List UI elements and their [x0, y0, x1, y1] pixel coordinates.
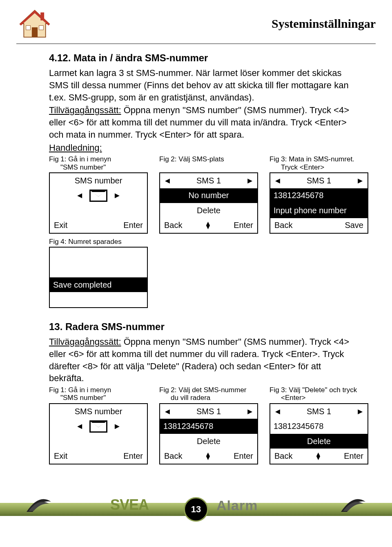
arrow-left-icon: [76, 421, 84, 432]
s2-fig-1: Fig 1: Gå in i menyn "SMS number" SMS nu…: [49, 386, 148, 464]
lcd-s2-fig2: SMS 1 13812345678 Delete Back Enter: [159, 403, 258, 464]
fig2-cap: Fig 2: Välj SMS-plats: [159, 155, 224, 163]
section-1-tv: Tillvägagångssätt: Öppna menyn "SMS numb…: [49, 104, 353, 141]
save-label: Save: [345, 220, 363, 231]
lcd-row-bottom: Exit Enter: [50, 218, 147, 233]
svg-rect-4: [39, 25, 44, 30]
lcd-fig1: SMS number Exit Enter: [49, 172, 148, 234]
enter-label: Enter: [234, 451, 253, 462]
lcd-row: [50, 203, 147, 218]
fig1-cap-line1: Fig 1: Gå in i menyn: [49, 155, 111, 163]
exit-label: Exit: [54, 451, 67, 462]
lcd-row-highlight: Input phone number: [270, 203, 368, 218]
swoosh-right-icon: [339, 491, 368, 514]
fig4-cap: Fig 4: Numret sparades: [49, 238, 148, 246]
arrow-left-icon: [274, 175, 282, 186]
s2-fig1-cap2: "SMS number": [49, 394, 106, 402]
s2-fig-2: Fig 2: Välj det SMS-nummer du vill rader…: [159, 386, 258, 464]
updown-icon: [205, 222, 211, 229]
arrow-right-icon: [246, 175, 254, 186]
enter-label: Enter: [123, 451, 143, 462]
lcd-row-highlight: Save completed: [50, 277, 147, 292]
arrow-right-icon: [356, 175, 364, 186]
tv-label-2: Tillvägagångssätt:: [49, 337, 121, 347]
lcd-fig4: Save completed: [49, 247, 148, 308]
s2-fig1-cap1: Fig 1: Gå in i menyn: [49, 386, 111, 394]
lcd-fig3: SMS 1 13812345678 Input phone number Bac…: [270, 172, 368, 234]
svg-rect-2: [32, 27, 38, 37]
s2-fig-3: Fig 3: Välj "Delete" och tryck <Enter> S…: [270, 386, 368, 464]
fig3-cap-line2: Tryck <Enter>: [270, 163, 324, 172]
lcd-s2-fig3: SMS 1 13812345678 Delete Back Enter: [270, 403, 368, 464]
lcd-row: Delete: [160, 203, 257, 218]
arrow-left-icon: [274, 406, 282, 417]
tv-label: Tillvägagångssätt:: [49, 105, 121, 115]
page-footer: SVEA Alarm 13: [0, 481, 392, 526]
lcd-row: SMS number: [50, 173, 147, 188]
fig-3: Fig 3: Mata in SMS-numret. Tryck <Enter>…: [270, 155, 368, 234]
swoosh-left-icon: [24, 491, 53, 514]
back-label: Back: [274, 220, 292, 231]
envelope-icon: [89, 420, 107, 433]
exit-label: Exit: [54, 220, 67, 231]
lcd-row-highlight: 13812345678: [270, 188, 368, 203]
lcd-row-bottom: Back Enter: [160, 218, 257, 233]
arrow-left-icon: [76, 190, 84, 201]
back-label: Back: [164, 451, 182, 462]
lcd-fig2: SMS 1 No number Delete Back Enter: [159, 172, 258, 234]
section-1-title: 4.12. Mata in / ändra SMS-nummer: [49, 51, 353, 65]
svg-rect-5: [40, 12, 44, 20]
enter-label: Enter: [123, 220, 143, 231]
lcd-row-highlight: No number: [160, 188, 257, 203]
enter-label: Enter: [234, 220, 253, 231]
page-number: 13: [184, 497, 208, 522]
updown-icon: [205, 453, 211, 460]
s2-fig3-cap1: Fig 3: Välj "Delete" och tryck: [270, 386, 357, 394]
arrow-right-icon: [246, 406, 254, 417]
handledning: Handledning:: [49, 142, 353, 154]
arrow-left-icon: [163, 406, 172, 417]
fig1-cap-line2: "SMS number": [49, 163, 106, 172]
s2-fig2-cap2: du vill radera: [159, 394, 210, 402]
house-icon: [16, 7, 53, 40]
section-2-title: 13. Radera SMS-nummer: [49, 320, 353, 333]
lcd-row: SMS 1: [270, 173, 368, 188]
fig-1: Fig 1: Gå in i menyn "SMS number" SMS nu…: [49, 155, 148, 234]
enter-label: Enter: [344, 451, 363, 462]
fig-4: Fig 4: Numret sparades Save completed: [49, 238, 148, 308]
page-title: Systeminställningar: [272, 17, 376, 31]
lcd-row: SMS 1: [160, 173, 257, 188]
brand-alarm: Alarm: [216, 498, 258, 514]
updown-icon: [315, 453, 321, 460]
back-label: Back: [164, 220, 182, 231]
s2-fig2-cap1: Fig 2: Välj det SMS-nummer: [159, 386, 247, 394]
lcd-row-bottom: Back Save: [270, 218, 368, 233]
brand-svea: SVEA: [110, 496, 149, 514]
lcd-s2-fig1: SMS number Exit Enter: [49, 403, 148, 464]
envelope-icon: [89, 190, 107, 202]
s2-fig3-cap2: <Enter>: [270, 394, 306, 402]
arrow-right-icon: [356, 406, 364, 417]
arrow-right-icon: [113, 421, 121, 432]
fig3-cap-line1: Fig 3: Mata in SMS-numret.: [270, 155, 354, 163]
arrow-left-icon: [163, 175, 172, 186]
section-1-p1: Larmet kan lagra 3 st SMS-nummer. När la…: [49, 67, 353, 103]
back-label: Back: [274, 451, 292, 462]
arrow-right-icon: [113, 190, 121, 201]
section-2-tv: Tillvägagångssätt: Öppna menyn "SMS numb…: [49, 336, 353, 384]
lcd-row: [50, 188, 147, 203]
fig-2: Fig 2: Välj SMS-plats SMS 1 No number De…: [159, 155, 258, 234]
svg-rect-3: [26, 25, 31, 30]
